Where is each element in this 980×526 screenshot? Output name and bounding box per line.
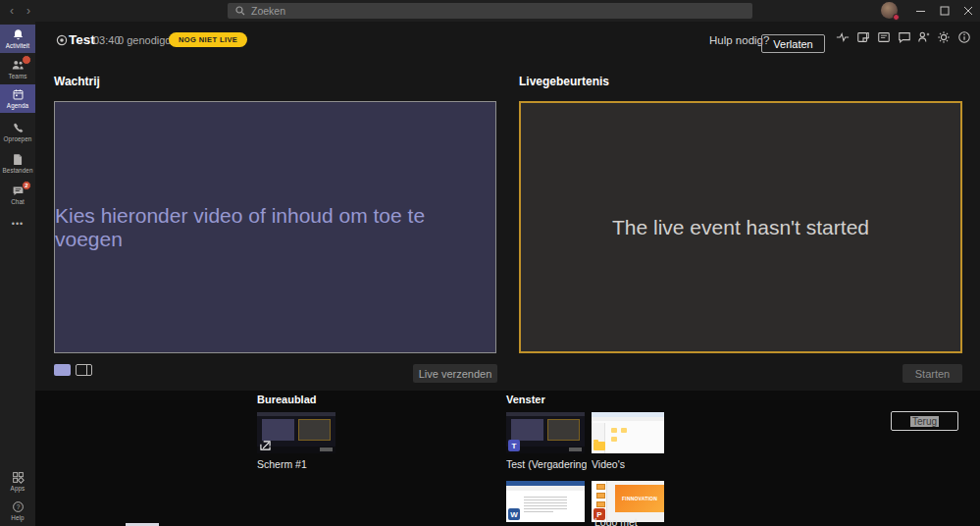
mini-titlebar [506, 412, 585, 416]
mini-button [569, 447, 582, 451]
mini-slide: FINNOVATION [615, 485, 664, 512]
share-tray: Bureaublad Venster Scherm #1 T Test (Ver… [35, 391, 980, 526]
queue-empty-message: Kies hieronder video of inhoud om toe te… [55, 204, 495, 251]
maximize-button[interactable] [933, 0, 956, 22]
chat-notification-badge: 2 [22, 181, 31, 190]
queue-heading: Wachtrij [54, 75, 100, 88]
sidebar-item-help[interactable]: ? Help [0, 497, 35, 525]
leave-button[interactable]: Verlaten [761, 34, 825, 53]
teams-notification-badge [22, 55, 31, 65]
record-icon [56, 32, 68, 50]
status-dot [893, 14, 900, 21]
back-button-label: Terug [910, 416, 939, 427]
more-dots-icon: ••• [12, 219, 24, 229]
split-divider [86, 365, 87, 375]
phone-icon [12, 122, 25, 134]
slide-text: FINNOVATION [622, 496, 657, 501]
svg-text:?: ? [16, 503, 20, 510]
live-event-panel: The live event hasn't started [519, 101, 962, 353]
help-icon: ? [12, 500, 25, 513]
mini-live-panel [547, 419, 580, 441]
meeting-notes-icon[interactable] [854, 28, 872, 46]
window-thumbnail-teams[interactable]: T [506, 412, 585, 453]
mini-toolbar [592, 417, 664, 421]
app-rail: Activiteit Teams Agenda Oproepen Bestand… [0, 22, 35, 526]
mini-live-panel [298, 419, 331, 441]
bell-icon [12, 28, 25, 41]
sidebar-item-calls[interactable]: Oproepen [0, 118, 35, 146]
sidebar-item-apps[interactable]: Apps [0, 467, 35, 496]
mini-titlebar [257, 412, 335, 416]
event-health-icon[interactable] [834, 28, 851, 46]
avatar[interactable] [881, 2, 898, 19]
minimize-button[interactable] [909, 0, 933, 22]
mini-folder [611, 437, 617, 442]
back-button[interactable]: Terug [891, 411, 958, 431]
event-header: Test 03:40 0 genodigden NOG NIET LIVE Hu… [35, 22, 980, 59]
file-icon [12, 153, 24, 166]
search-icon [235, 2, 245, 20]
window-thumbnail-label: Logo met [594, 516, 638, 526]
apps-grid-icon [12, 471, 25, 484]
participants-icon[interactable] [915, 28, 933, 46]
nav-forward-icon[interactable]: › [26, 3, 30, 19]
start-button[interactable]: Starten [903, 364, 962, 383]
mini-folder [621, 428, 627, 433]
live-heading: Livegebeurtenis [519, 75, 609, 88]
sidebar-item-activity[interactable]: Activiteit [0, 25, 35, 53]
window-thumbnail-label: Video's [592, 458, 625, 470]
share-screen-icon [259, 440, 271, 451]
sidebar-item-agenda[interactable]: Agenda [0, 84, 35, 113]
close-button[interactable] [956, 0, 980, 22]
calendar-icon [12, 88, 25, 101]
event-title: Test [69, 32, 95, 47]
device-settings-icon[interactable] [935, 28, 953, 46]
mini-button [320, 447, 333, 451]
search-input[interactable]: Zoeken [228, 3, 752, 19]
window-thumbnail-word[interactable]: W [506, 481, 585, 522]
folder-icon [593, 440, 605, 451]
live-not-started-message: The live event hasn't started [612, 216, 869, 239]
sidebar-item-files[interactable]: Bestanden [0, 149, 35, 178]
mini-queue-panel [262, 419, 295, 441]
window-titlebar: ‹ › Zoeken [0, 0, 980, 22]
word-logo-icon: W [508, 508, 520, 520]
window-thumbnail-label: Test (Vergadering) | Micr... [506, 458, 587, 470]
window-thumbnail-explorer[interactable] [592, 412, 664, 453]
desktop-heading: Bureaublad [257, 394, 317, 405]
qa-chat-icon[interactable] [896, 28, 913, 46]
nav-back-icon[interactable]: ‹ [10, 3, 14, 19]
status-badge: NOG NIET LIVE [169, 32, 247, 47]
search-placeholder: Zoeken [251, 5, 285, 17]
sidebar-item-teams[interactable]: Teams [0, 55, 35, 83]
desktop-screen-thumbnail[interactable] [257, 412, 335, 453]
producer-stage: Wachtrij Livegebeurtenis Kies hieronder … [35, 59, 980, 391]
layout-split-toggle[interactable] [76, 364, 92, 376]
event-timer: 03:40 [93, 34, 121, 46]
desktop-thumbnail-label: Scherm #1 [257, 458, 307, 470]
mini-folder [611, 428, 617, 433]
teams-logo-icon: T [508, 440, 520, 451]
sidebar-item-chat[interactable]: Chat 2 [0, 181, 35, 209]
sidebar-item-more[interactable]: ••• [0, 214, 35, 234]
mini-queue-panel [511, 419, 544, 441]
layout-single-toggle[interactable] [54, 364, 71, 376]
window-heading: Venster [506, 394, 545, 405]
mini-ribbon [506, 486, 585, 491]
info-icon[interactable] [955, 28, 973, 46]
send-live-button[interactable]: Live verzenden [413, 364, 497, 383]
whiteboard-icon[interactable] [875, 28, 893, 46]
queue-panel: Kies hieronder video of inhoud om toe te… [54, 101, 496, 353]
